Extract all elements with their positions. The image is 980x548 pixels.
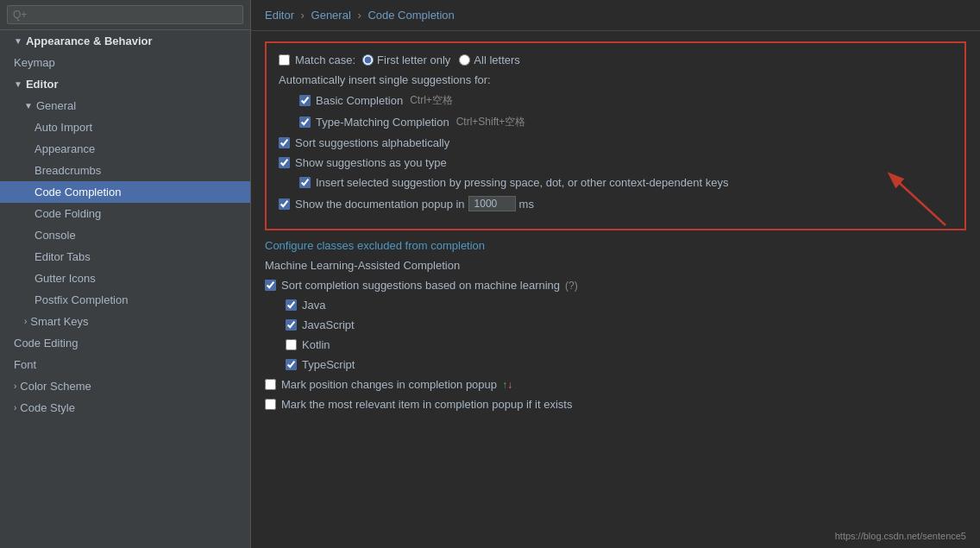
mark-position-label[interactable]: Mark position changes in completion popu… <box>265 378 497 391</box>
show-docs-checkbox-label[interactable]: Show the documentation popup in <box>279 198 465 211</box>
typescript-label[interactable]: TypeScript <box>286 358 355 371</box>
sidebar-item-color-scheme[interactable]: › Color Scheme <box>0 375 250 397</box>
sidebar-item-font[interactable]: Font <box>0 354 250 375</box>
insert-selected-row: Insert selected suggestion by pressing s… <box>279 176 952 189</box>
insert-selected-checkbox[interactable] <box>299 177 311 188</box>
show-docs-row: Show the documentation popup in ms <box>279 196 952 211</box>
arrow-down-icon: ↓ <box>507 379 512 391</box>
mark-most-relevant-text: Mark the most relevant item in completio… <box>281 398 572 411</box>
breadcrumb-sep1: › <box>301 9 308 22</box>
sort-alpha-checkbox[interactable] <box>279 137 290 148</box>
kotlin-text: Kotlin <box>302 338 330 351</box>
ml-help-icon[interactable]: (?) <box>565 280 578 292</box>
java-checkbox[interactable] <box>286 299 297 311</box>
basic-completion-row: Basic Completion Ctrl+空格 <box>279 93 952 108</box>
auto-insert-label: Automatically insert single suggestions … <box>279 73 491 86</box>
configure-link[interactable]: Configure classes excluded from completi… <box>265 239 485 252</box>
show-docs-text: Show the documentation popup in <box>295 198 465 211</box>
first-letter-label: First letter only <box>377 54 450 66</box>
first-letter-radio[interactable] <box>362 54 374 66</box>
arrow-icon: › <box>14 403 16 413</box>
sidebar-item-breadcrumbs[interactable]: Breadcrumbs <box>0 160 250 181</box>
all-letters-radio[interactable] <box>459 54 470 66</box>
type-matching-checkbox[interactable] <box>299 117 311 128</box>
settings-content: Match case: First letter only All letter… <box>251 31 980 548</box>
java-text: Java <box>302 299 325 312</box>
match-case-row: Match case: First letter only All letter… <box>279 54 952 66</box>
first-letter-option[interactable]: First letter only <box>362 54 450 66</box>
insert-selected-label[interactable]: Insert selected suggestion by pressing s… <box>299 176 728 189</box>
sidebar-item-code-completion[interactable]: Code Completion <box>0 181 250 203</box>
sidebar: ▼ Appearance & Behavior Keymap ▼ Editor … <box>0 0 251 548</box>
show-as-type-row: Show suggestions as you type <box>279 156 952 169</box>
arrow-icon: › <box>14 381 16 391</box>
mark-position-checkbox[interactable] <box>265 379 276 390</box>
sidebar-item-keymap[interactable]: Keymap <box>0 52 250 73</box>
main-panel: Editor › General › Code Completion Match… <box>251 0 980 548</box>
javascript-text: JavaScript <box>302 318 355 331</box>
sidebar-item-console[interactable]: Console <box>0 224 250 246</box>
all-letters-label: All letters <box>474 54 519 66</box>
javascript-row: JavaScript <box>265 318 966 331</box>
sidebar-item-code-style[interactable]: › Code Style <box>0 397 250 419</box>
type-matching-shortcut: Ctrl+Shift+空格 <box>456 115 526 129</box>
url-label: https://blog.csdn.net/sentence5 <box>835 531 966 541</box>
sidebar-item-code-folding[interactable]: Code Folding <box>0 203 250 224</box>
match-case-label: Match case: <box>295 54 355 66</box>
search-input[interactable] <box>7 5 243 24</box>
java-row: Java <box>265 299 966 312</box>
match-case-checkbox-label[interactable]: Match case: <box>279 54 355 66</box>
show-as-type-label[interactable]: Show suggestions as you type <box>279 156 447 169</box>
mark-most-relevant-label[interactable]: Mark the most relevant item in completio… <box>265 398 572 411</box>
java-label[interactable]: Java <box>286 299 325 312</box>
mark-most-relevant-row: Mark the most relevant item in completio… <box>265 398 966 411</box>
breadcrumb-sep2: › <box>357 9 364 22</box>
arrow-icon: ▼ <box>14 79 22 89</box>
arrow-icon: › <box>24 317 27 326</box>
auto-insert-label-row: Automatically insert single suggestions … <box>279 73 952 86</box>
insert-selected-text: Insert selected suggestion by pressing s… <box>316 176 728 189</box>
ml-sort-label[interactable]: Sort completion suggestions based on mac… <box>265 279 560 292</box>
sort-alpha-text: Sort suggestions alphabetically <box>295 136 449 149</box>
search-bar[interactable] <box>0 0 250 30</box>
typescript-checkbox[interactable] <box>286 359 297 370</box>
sidebar-item-editor-tabs[interactable]: Editor Tabs <box>0 246 250 268</box>
javascript-label[interactable]: JavaScript <box>286 318 355 331</box>
basic-completion-label[interactable]: Basic Completion <box>299 94 403 107</box>
sidebar-item-editor[interactable]: ▼ Editor <box>0 73 250 95</box>
show-docs-checkbox[interactable] <box>279 198 290 210</box>
docs-delay-input[interactable] <box>468 196 516 211</box>
sidebar-item-code-editing[interactable]: Code Editing <box>0 332 250 354</box>
basic-completion-checkbox[interactable] <box>299 95 311 106</box>
ml-section-label: Machine Learning-Assisted Completion <box>265 259 966 272</box>
sort-alpha-row: Sort suggestions alphabetically <box>279 136 952 149</box>
sidebar-item-postfix-completion[interactable]: Postfix Completion <box>0 289 250 311</box>
type-matching-row: Type-Matching Completion Ctrl+Shift+空格 <box>279 115 952 129</box>
arrow-icon: ▼ <box>24 101 33 110</box>
kotlin-checkbox[interactable] <box>286 339 297 350</box>
type-matching-text: Type-Matching Completion <box>316 116 449 129</box>
breadcrumb-code-completion: Code Completion <box>368 9 454 22</box>
type-matching-label[interactable]: Type-Matching Completion <box>299 116 449 129</box>
mark-position-text: Mark position changes in completion popu… <box>281 378 497 391</box>
typescript-row: TypeScript <box>265 358 966 371</box>
sort-alpha-label[interactable]: Sort suggestions alphabetically <box>279 136 449 149</box>
ml-sort-checkbox[interactable] <box>265 280 276 291</box>
highlight-box: Match case: First letter only All letter… <box>265 41 966 230</box>
all-letters-option[interactable]: All letters <box>459 54 519 66</box>
sidebar-item-appearance-behavior[interactable]: ▼ Appearance & Behavior <box>0 30 250 52</box>
ml-sort-row: Sort completion suggestions based on mac… <box>265 279 966 292</box>
kotlin-row: Kotlin <box>265 338 966 351</box>
sidebar-item-smart-keys[interactable]: › Smart Keys <box>0 311 250 332</box>
javascript-checkbox[interactable] <box>286 319 297 331</box>
sidebar-item-general[interactable]: ▼ General <box>0 95 250 117</box>
mark-most-relevant-checkbox[interactable] <box>265 399 276 410</box>
mark-position-row: Mark position changes in completion popu… <box>265 378 966 391</box>
show-as-type-checkbox[interactable] <box>279 157 290 168</box>
sidebar-item-appearance[interactable]: Appearance <box>0 138 250 160</box>
sidebar-item-gutter-icons[interactable]: Gutter Icons <box>0 268 250 289</box>
sidebar-item-auto-import[interactable]: Auto Import <box>0 117 250 138</box>
kotlin-label[interactable]: Kotlin <box>286 338 330 351</box>
configure-link-row: Configure classes excluded from completi… <box>265 239 966 252</box>
match-case-checkbox[interactable] <box>279 54 290 66</box>
